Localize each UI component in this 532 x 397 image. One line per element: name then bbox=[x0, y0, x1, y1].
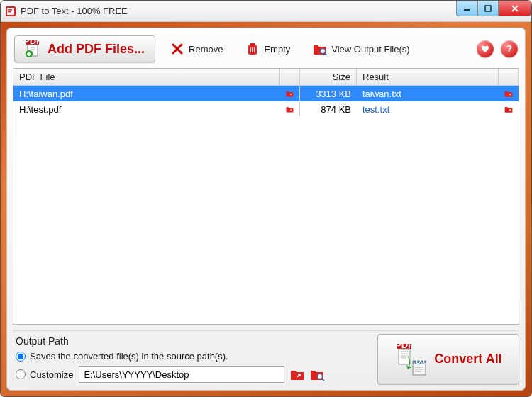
minimize-button[interactable] bbox=[456, 1, 477, 16]
radio-customize[interactable] bbox=[16, 369, 26, 379]
maximize-button[interactable] bbox=[477, 1, 499, 16]
view-output-label: View Output File(s) bbox=[331, 44, 409, 55]
cell-result: test.txt bbox=[357, 103, 499, 116]
cell-file-icon bbox=[280, 86, 300, 101]
client-area: PDF Add PDF Files... Remove Empty bbox=[1, 22, 531, 396]
open-folder-button[interactable] bbox=[310, 368, 324, 381]
cell-file: H:\test.pdf bbox=[13, 103, 280, 116]
radio-customize-label: Customize bbox=[30, 369, 73, 380]
radio-customize-row[interactable]: Customize bbox=[16, 369, 73, 380]
cell-result-icon bbox=[499, 86, 519, 101]
pdf-add-icon: PDF bbox=[25, 40, 43, 57]
close-button[interactable] bbox=[499, 1, 531, 16]
col-file-header[interactable]: PDF File bbox=[13, 69, 280, 85]
file-table: PDF File Size Result H:\taiwan.pdf3313 K… bbox=[13, 68, 519, 325]
folder-view-icon bbox=[313, 43, 327, 55]
open-file-location-icon[interactable] bbox=[504, 88, 513, 99]
remove-label: Remove bbox=[189, 44, 223, 55]
empty-button[interactable]: Empty bbox=[238, 38, 298, 60]
cell-result: taiwan.txt bbox=[357, 87, 499, 101]
svg-text:?: ? bbox=[506, 44, 512, 54]
help-button[interactable]: ? bbox=[501, 40, 518, 57]
col-size-header[interactable]: Size bbox=[300, 69, 357, 85]
output-path-legend: Output Path bbox=[16, 335, 367, 347]
table-header: PDF File Size Result bbox=[13, 69, 519, 86]
remove-icon bbox=[170, 42, 184, 56]
add-pdf-files-button[interactable]: PDF Add PDF Files... bbox=[14, 35, 155, 62]
svg-rect-10 bbox=[250, 43, 255, 45]
table-row[interactable]: H:\test.pdf874 KBtest.txt bbox=[13, 101, 519, 117]
table-row[interactable]: H:\taiwan.pdf3313 KBtaiwan.txt bbox=[13, 86, 519, 101]
svg-point-11 bbox=[321, 49, 326, 54]
heart-icon bbox=[480, 44, 490, 54]
add-pdf-files-label: Add PDF Files... bbox=[48, 42, 145, 57]
app-window: PDF to Text - 100% FREE PDF Add PDF File… bbox=[0, 0, 532, 397]
table-body: H:\taiwan.pdf3313 KBtaiwan.txtH:\test.pd… bbox=[13, 86, 519, 324]
title-bar: PDF to Text - 100% FREE bbox=[1, 1, 531, 22]
open-file-location-icon[interactable] bbox=[286, 88, 294, 99]
bottom-bar: Output Path Saves the converted file(s) … bbox=[13, 330, 519, 384]
toolbar: PDF Add PDF Files... Remove Empty bbox=[13, 34, 519, 68]
remove-button[interactable]: Remove bbox=[162, 38, 231, 60]
browse-folder-button[interactable] bbox=[290, 368, 304, 381]
open-file-location-icon[interactable] bbox=[286, 104, 294, 115]
radio-same-row[interactable]: Saves the converted file(s) in the sourc… bbox=[16, 351, 367, 362]
col-result-header[interactable]: Result bbox=[357, 69, 499, 85]
window-controls bbox=[456, 1, 531, 16]
convert-all-label: Convert All bbox=[434, 352, 501, 367]
convert-icon: PDF .txt bbox=[394, 342, 428, 376]
app-icon bbox=[5, 6, 16, 17]
cell-file: H:\taiwan.pdf bbox=[13, 87, 280, 101]
svg-text:.txt: .txt bbox=[414, 355, 426, 366]
output-path-group: Output Path Saves the converted file(s) … bbox=[13, 334, 370, 384]
convert-all-button[interactable]: PDF .txt Convert All bbox=[377, 334, 519, 384]
svg-rect-2 bbox=[8, 9, 12, 11]
col-resulticon-header bbox=[499, 69, 519, 85]
cell-size: 874 KB bbox=[300, 103, 357, 116]
window-title: PDF to Text - 100% FREE bbox=[21, 6, 128, 16]
col-fileicon-header bbox=[280, 69, 300, 85]
help-icon: ? bbox=[504, 44, 514, 54]
cell-file-icon bbox=[280, 102, 300, 116]
cell-size: 3313 KB bbox=[300, 87, 357, 101]
radio-same[interactable] bbox=[16, 352, 26, 362]
svg-point-13 bbox=[318, 374, 323, 379]
svg-rect-3 bbox=[8, 11, 11, 13]
favorite-button[interactable] bbox=[477, 40, 494, 57]
svg-rect-4 bbox=[485, 6, 491, 11]
empty-icon bbox=[245, 42, 260, 56]
output-path-input[interactable] bbox=[79, 366, 284, 383]
close-icon bbox=[511, 4, 519, 13]
empty-label: Empty bbox=[264, 44, 290, 55]
open-file-location-icon[interactable] bbox=[504, 104, 513, 115]
minimize-icon bbox=[463, 5, 470, 12]
main-panel: PDF Add PDF Files... Remove Empty bbox=[6, 28, 526, 391]
view-output-button[interactable]: View Output File(s) bbox=[305, 39, 417, 59]
maximize-icon bbox=[484, 5, 492, 12]
cell-result-icon bbox=[499, 102, 519, 116]
radio-same-label: Saves the converted file(s) in the sourc… bbox=[30, 351, 228, 362]
